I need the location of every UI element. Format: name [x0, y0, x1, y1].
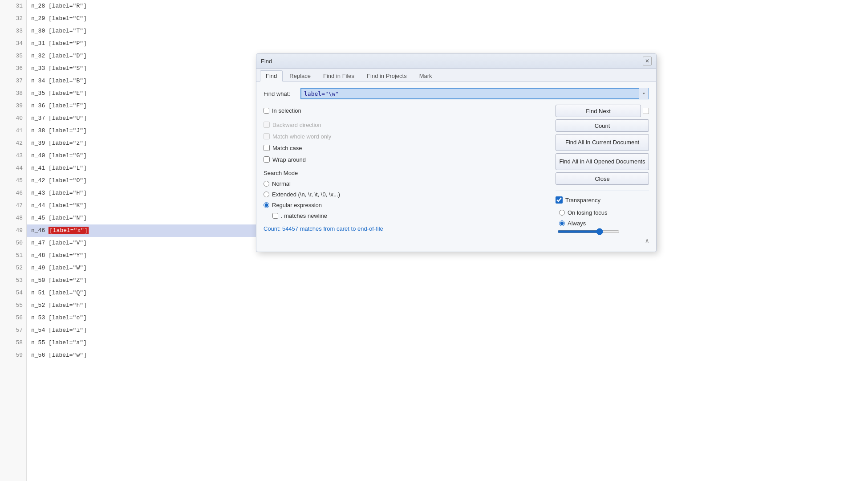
matches-newline-label: . matches newline	[281, 212, 327, 219]
line-numbers: 3132333435363738394041424344454647484950…	[0, 0, 27, 481]
count-button[interactable]: Count	[556, 119, 649, 132]
code-line: n_37 [label="U"]	[27, 112, 258, 125]
line-number: 43	[0, 150, 26, 162]
find-input-wrapper: ▾	[300, 88, 649, 99]
code-line: n_34 [label="B"]	[27, 75, 258, 87]
in-selection-row: In selection	[264, 105, 548, 116]
line-number: 45	[0, 175, 26, 187]
on-losing-focus-label: On losing focus	[568, 209, 608, 216]
line-number: 38	[0, 87, 26, 100]
find-next-button[interactable]: Find Next	[556, 105, 641, 117]
line-number: 53	[0, 274, 26, 287]
matches-newline-checkbox[interactable]	[272, 213, 278, 219]
code-line: n_53 [label="o"]	[27, 312, 258, 324]
line-number: 33	[0, 25, 26, 37]
tab-find-in-projects[interactable]: Find in Projects	[361, 70, 413, 81]
in-selection-label: In selection	[272, 107, 301, 114]
normal-label: Normal	[272, 180, 291, 187]
backward-direction-checkbox[interactable]	[264, 122, 270, 128]
line-number: 42	[0, 137, 26, 150]
normal-radio[interactable]	[264, 181, 269, 187]
code-line: n_48 [label="Y"]	[27, 249, 258, 262]
backward-direction-row: Backward direction	[264, 119, 548, 130]
match-whole-word-row: Match whole word only	[264, 130, 548, 142]
tab-replace[interactable]: Replace	[284, 70, 316, 81]
line-number: 56	[0, 312, 26, 324]
match-case-label: Match case	[272, 145, 302, 151]
options-section: Backward direction Match whole word only…	[264, 119, 548, 165]
scroll-up-indicator: ∧	[556, 237, 649, 245]
transparency-checkbox[interactable]	[556, 196, 563, 204]
match-whole-word-label: Match whole word only	[272, 133, 331, 140]
tab-find[interactable]: Find	[260, 70, 283, 82]
line-number: 34	[0, 37, 26, 50]
code-line: n_52 [label="h"]	[27, 299, 258, 312]
code-line: n_28 [label="R"]	[27, 0, 258, 12]
code-line: n_45 [label="N"]	[27, 212, 258, 224]
code-line: n_41 [label="L"]	[27, 162, 258, 175]
find-all-current-button[interactable]: Find All in Current Document	[556, 134, 649, 151]
match-whole-word-checkbox[interactable]	[264, 133, 270, 139]
dialog-close-button[interactable]: ✕	[643, 57, 652, 65]
line-number: 40	[0, 112, 26, 125]
close-button[interactable]: Close	[556, 172, 649, 185]
code-line: n_31 [label="P"]	[27, 37, 258, 50]
tab-find-in-files[interactable]: Find in Files	[317, 70, 360, 81]
search-mode-section: Search Mode Normal Extended (\n, \r, \t,…	[264, 170, 548, 221]
find-next-checkbox-box[interactable]	[643, 108, 649, 114]
code-line: n_51 [label="Q"]	[27, 287, 258, 299]
extended-radio[interactable]	[264, 192, 269, 197]
dialog-tabs: FindReplaceFind in FilesFind in Projects…	[256, 69, 656, 82]
transparency-section: Transparency On losing focus Always	[556, 191, 649, 233]
in-selection-checkbox[interactable]	[264, 108, 269, 114]
find-input-dropdown[interactable]: ▾	[639, 88, 649, 99]
dialog-title: Find	[261, 58, 272, 65]
code-line: n_56 [label="w"]	[27, 349, 258, 362]
transparency-label: Transparency	[565, 197, 600, 204]
transparency-row: Transparency	[556, 195, 649, 205]
transparency-slider-row	[556, 230, 649, 233]
line-number: 37	[0, 75, 26, 87]
regex-label: Regular expression	[272, 202, 322, 208]
match-case-checkbox[interactable]	[264, 145, 270, 151]
match-case-row: Match case	[264, 142, 548, 154]
find-what-input[interactable]	[300, 88, 649, 99]
line-number: 48	[0, 212, 26, 224]
code-line: n_40 [label="G"]	[27, 150, 258, 162]
code-line: n_39 [label="z"]	[27, 137, 258, 150]
code-line: n_29 [label="C"]	[27, 12, 258, 25]
on-losing-focus-radio[interactable]	[559, 210, 565, 216]
code-line: n_50 [label="Z"]	[27, 274, 258, 287]
wrap-around-checkbox[interactable]	[264, 156, 270, 163]
dialog-body: Find what: ▾ In selection Backward direc…	[256, 82, 656, 252]
always-radio[interactable]	[559, 220, 565, 226]
dialog-content-area: In selection Backward direction Match wh…	[264, 105, 649, 245]
backward-direction-label: Backward direction	[272, 122, 321, 128]
line-number: 57	[0, 324, 26, 337]
regex-radio[interactable]	[264, 202, 269, 208]
code-content: n_28 [label="R"]n_29 [label="C"]n_30 [la…	[27, 0, 258, 481]
line-number: 41	[0, 125, 26, 137]
code-line: n_32 [label="D"]	[27, 50, 258, 62]
line-number: 50	[0, 237, 26, 249]
line-number: 54	[0, 287, 26, 299]
line-number: 31	[0, 0, 26, 12]
dialog-titlebar: Find ✕	[256, 54, 656, 69]
normal-radio-row: Normal	[264, 178, 548, 189]
line-number: 58	[0, 337, 26, 349]
find-all-opened-button[interactable]: Find All in All Opened Documents	[556, 153, 649, 170]
dialog-buttons-col: Find Next Count Find All in Current Docu…	[556, 105, 649, 245]
code-line: n_38 [label="J"]	[27, 125, 258, 137]
transparency-slider[interactable]	[557, 230, 620, 233]
extended-radio-row: Extended (\n, \r, \t, \0, \x...)	[264, 189, 548, 200]
extended-label: Extended (\n, \r, \t, \0, \x...)	[272, 191, 340, 198]
find-dialog: Find ✕ FindReplaceFind in FilesFind in P…	[256, 53, 657, 252]
line-number: 55	[0, 299, 26, 312]
code-line: n_36 [label="F"]	[27, 100, 258, 112]
line-number: 32	[0, 12, 26, 25]
tab-mark[interactable]: Mark	[414, 70, 438, 81]
search-mode-title: Search Mode	[264, 170, 548, 176]
code-line: n_47 [label="V"]	[27, 237, 258, 249]
line-number: 49	[0, 224, 26, 237]
line-number: 44	[0, 162, 26, 175]
